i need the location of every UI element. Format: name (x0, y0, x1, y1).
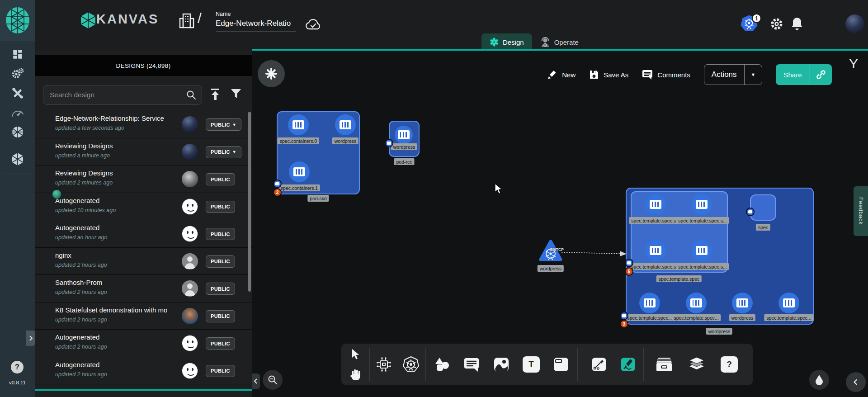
container-node[interactable] (395, 126, 413, 144)
expand-panel-button[interactable] (26, 331, 35, 346)
collapse-right-button[interactable] (846, 372, 866, 392)
pod-badge-icon[interactable] (620, 312, 628, 320)
node-label: spec.containers.1 (278, 184, 320, 191)
comments-button[interactable]: Comments (642, 70, 690, 80)
visibility-badge[interactable]: PUBLIC (206, 283, 235, 295)
design-list-item[interactable]: Edge-Network-Relationship: Service updat… (35, 111, 252, 138)
container-node[interactable] (639, 293, 660, 313)
design-name-input[interactable] (216, 19, 296, 32)
sidebar-item-kanvas[interactable] (0, 150, 35, 168)
design-title: K8 Statefulset demonstration with mo (55, 306, 167, 314)
app-version: v0.8.11 (0, 380, 35, 385)
visibility-badge[interactable]: PUBLIC▼ (206, 118, 241, 131)
container-node[interactable] (691, 240, 712, 261)
annotation-tool[interactable] (462, 354, 481, 374)
cluster-chip[interactable] (258, 60, 285, 87)
service-edge[interactable] (560, 247, 627, 259)
container-node[interactable] (778, 293, 799, 313)
sidebar-item-configuration[interactable] (0, 84, 35, 102)
organization-icon[interactable] (179, 11, 195, 28)
hand-icon (350, 368, 362, 381)
design-list-item[interactable]: Santhosh-Prom updated 2 hours ago PUBLIC (35, 275, 252, 302)
filter-icon[interactable] (230, 88, 242, 99)
select-tool[interactable] (346, 345, 366, 364)
error-count-badge[interactable]: 2 (273, 188, 282, 197)
freehand-tool[interactable] (618, 354, 638, 374)
visibility-badge[interactable]: PUBLIC (206, 255, 235, 268)
share-button[interactable]: Share (776, 64, 832, 85)
error-count-badge[interactable]: 5 (625, 267, 633, 276)
deploy-pointer-button[interactable] (809, 370, 829, 390)
shapes-tool[interactable] (432, 354, 452, 374)
drawer-tool[interactable] (654, 354, 674, 374)
design-list-item[interactable]: Autogenerated updated 2 hours ago PUBLIC (35, 357, 252, 385)
notifications-bell-icon[interactable] (791, 17, 803, 31)
visibility-badge[interactable]: PUBLIC▼ (206, 146, 241, 158)
container-icon (292, 120, 304, 129)
visibility-badge[interactable]: PUBLIC (206, 201, 235, 213)
container-node[interactable] (686, 293, 707, 313)
visibility-badge[interactable]: PUBLIC (206, 337, 235, 350)
zoom-button[interactable] (263, 370, 283, 390)
actions-button[interactable]: Actions ▼ (704, 64, 763, 85)
pen-tool[interactable] (589, 354, 609, 374)
container-node[interactable] (645, 194, 666, 215)
design-title: Reviewing Designs (55, 142, 113, 150)
new-button[interactable]: New (547, 70, 576, 80)
sidebar-item-performance[interactable] (0, 104, 35, 122)
design-title: Edge-Network-Relationship: Service (55, 114, 164, 122)
pod-badge-icon[interactable] (746, 208, 755, 216)
image-tool[interactable] (491, 354, 511, 374)
layer5-logo[interactable] (0, 0, 35, 41)
pod-badge-icon[interactable] (625, 259, 633, 267)
container-icon (340, 120, 351, 129)
design-list-item[interactable]: Reviewing Designs updated a minute ago P… (35, 138, 252, 166)
design-list-item[interactable]: Autogenerated updated 2 hours ago PUBLIC (35, 330, 252, 357)
layers-tool[interactable] (687, 354, 707, 374)
tab-operate[interactable]: Operate (532, 33, 587, 51)
kubernetes-tool[interactable] (401, 354, 421, 374)
help-button[interactable]: ? (11, 361, 24, 373)
container-node[interactable] (645, 240, 666, 261)
designs-list-scrollbar[interactable] (248, 112, 251, 292)
quick-menu-y-icon[interactable]: Y (849, 56, 858, 71)
import-design-icon[interactable] (209, 88, 221, 101)
tab-design[interactable]: Design (481, 33, 532, 51)
user-avatar[interactable] (845, 14, 864, 33)
container-node[interactable] (691, 194, 712, 215)
container-node[interactable] (732, 293, 753, 313)
settings-gear-icon[interactable] (770, 17, 783, 31)
component-tool[interactable] (374, 354, 394, 374)
container-node[interactable] (288, 114, 309, 135)
container-node[interactable] (289, 161, 310, 182)
search-input[interactable] (43, 91, 186, 99)
pod-badge-icon[interactable] (273, 180, 282, 188)
actions-caret-icon[interactable]: ▼ (745, 72, 762, 77)
pan-tool[interactable] (346, 364, 366, 384)
visibility-badge[interactable]: PUBLIC (206, 173, 235, 185)
spec-node[interactable] (750, 194, 776, 221)
collapse-panel-button[interactable] (252, 373, 260, 389)
help-tool[interactable]: ? (719, 354, 739, 374)
visibility-badge[interactable]: PUBLIC (206, 310, 235, 322)
feedback-tab[interactable]: Feedback (854, 186, 868, 236)
text-tool[interactable]: T (521, 354, 541, 374)
sidebar-item-dashboard[interactable] (0, 45, 35, 63)
container-node[interactable] (335, 114, 356, 135)
save-as-button[interactable]: Save As (589, 70, 628, 80)
error-count-badge[interactable]: 3 (620, 320, 628, 328)
design-list-item[interactable]: K8 Statefulset demonstration with mo upd… (35, 302, 252, 330)
sidebar-item-extensions[interactable] (0, 123, 35, 141)
copy-link-button[interactable] (810, 69, 832, 80)
design-list-item[interactable]: nginx updated 2 hours ago PUBLIC (35, 248, 252, 275)
design-search[interactable] (43, 85, 202, 105)
design-list-item[interactable]: Reviewing Designs updated 2 minutes ago … (35, 165, 252, 193)
frame-tool[interactable] (551, 354, 571, 374)
sidebar-item-lifecycle[interactable] (0, 65, 35, 83)
design-list-item[interactable]: Autogenerated updated 10 minutes ago PUB… (35, 193, 252, 221)
visibility-badge[interactable]: PUBLIC (206, 365, 235, 377)
design-owner-avatar (182, 308, 198, 324)
pod-badge-icon[interactable] (385, 139, 393, 147)
visibility-badge[interactable]: PUBLIC (206, 228, 235, 240)
design-list-item[interactable]: Autogenerated updated an hour ago PUBLIC (35, 220, 252, 248)
